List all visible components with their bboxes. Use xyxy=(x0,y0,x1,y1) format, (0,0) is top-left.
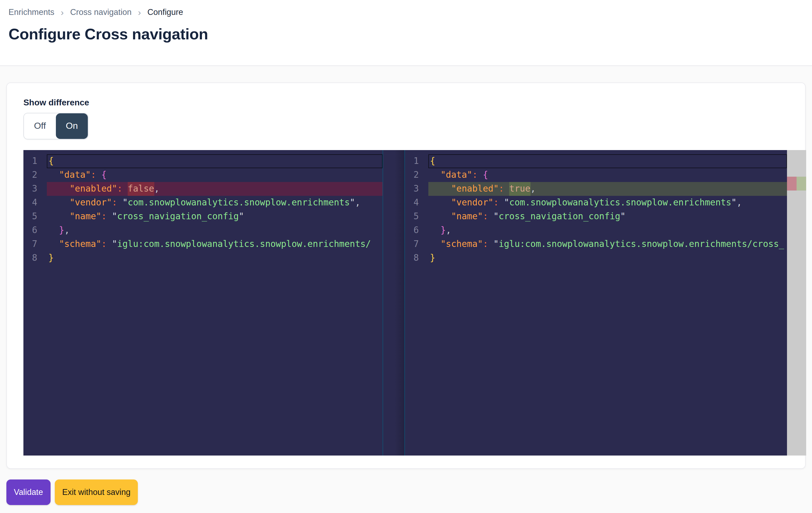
line-number: 7 xyxy=(405,237,419,251)
code-line: 5 "name": "cross_navigation_config" xyxy=(405,210,787,224)
line-number: 1 xyxy=(23,154,37,168)
breadcrumb-item-enrichments[interactable]: Enrichments xyxy=(8,7,54,17)
breadcrumb: Enrichments › Cross navigation › Configu… xyxy=(8,7,804,17)
page-title: Configure Cross navigation xyxy=(8,26,804,43)
code-line: 1{ xyxy=(405,154,787,168)
code-line: 7 "schema": "iglu:com.snowplowanalytics.… xyxy=(405,237,787,251)
line-number: 2 xyxy=(405,168,419,182)
page: Enrichments › Cross navigation › Configu… xyxy=(0,0,812,513)
show-difference-toggle: Off On xyxy=(23,113,88,139)
code-line: 3 "enabled": true, xyxy=(405,182,787,196)
editor-pane-original[interactable]: 1{2 "data": {3 "enabled": false,4 "vendo… xyxy=(23,150,383,456)
ruler-deletion-mark xyxy=(787,177,796,191)
page-header: Enrichments › Cross navigation › Configu… xyxy=(0,0,812,66)
code-line: 6 }, xyxy=(405,224,787,237)
validate-button[interactable]: Validate xyxy=(6,480,51,505)
code-line: 5 "name": "cross_navigation_config" xyxy=(23,210,383,224)
line-number: 4 xyxy=(405,196,419,210)
breadcrumb-item-cross-navigation[interactable]: Cross navigation xyxy=(70,7,132,17)
line-number: 3 xyxy=(23,182,37,196)
toggle-on-button[interactable]: On xyxy=(56,113,88,139)
line-number: 5 xyxy=(405,210,419,224)
code-line: 8} xyxy=(23,251,383,265)
code-line: 7 "schema": "iglu:com.snowplowanalytics.… xyxy=(23,237,383,251)
line-number: 5 xyxy=(23,210,37,224)
line-number: 8 xyxy=(405,251,419,265)
show-difference-label: Show difference xyxy=(23,98,805,108)
line-number: 6 xyxy=(23,224,37,237)
line-number: 4 xyxy=(23,196,37,210)
chevron-right-icon: › xyxy=(138,8,141,16)
ruler-insertion-mark xyxy=(796,177,806,191)
line-number: 3 xyxy=(405,182,419,196)
code-line: 4 "vendor": "com.snowplowanalytics.snowp… xyxy=(23,196,383,210)
config-card: Show difference Off On 1{2 "data": {3 "e… xyxy=(6,83,806,469)
chevron-right-icon: › xyxy=(61,8,64,16)
current-line-border xyxy=(47,154,383,168)
current-line-border xyxy=(428,154,787,168)
toggle-off-button[interactable]: Off xyxy=(24,113,56,139)
code-line: 6 }, xyxy=(23,224,383,237)
exit-without-saving-button[interactable]: Exit without saving xyxy=(55,480,138,505)
line-number: 1 xyxy=(405,154,419,168)
code-line: 2 "data": { xyxy=(405,168,787,182)
code-line: 4 "vendor": "com.snowplowanalytics.snowp… xyxy=(405,196,787,210)
code-line: 8} xyxy=(405,251,787,265)
diff-editor-sash[interactable] xyxy=(383,150,405,456)
main-content: Show difference Off On 1{2 "data": {3 "e… xyxy=(0,66,812,505)
line-number: 7 xyxy=(23,237,37,251)
overview-ruler[interactable] xyxy=(787,150,806,456)
line-number: 6 xyxy=(405,224,419,237)
editor-pane-modified[interactable]: 1{2 "data": {3 "enabled": true,4 "vendor… xyxy=(405,150,787,456)
diff-editor: 1{2 "data": {3 "enabled": false,4 "vendo… xyxy=(23,150,806,456)
code-line: 3 "enabled": false, xyxy=(23,182,383,196)
breadcrumb-item-configure: Configure xyxy=(147,7,183,17)
code-line: 2 "data": { xyxy=(23,168,383,182)
line-number: 2 xyxy=(23,168,37,182)
code-line: 1{ xyxy=(23,154,383,168)
action-buttons: Validate Exit without saving xyxy=(6,480,806,505)
line-number: 8 xyxy=(23,251,37,265)
